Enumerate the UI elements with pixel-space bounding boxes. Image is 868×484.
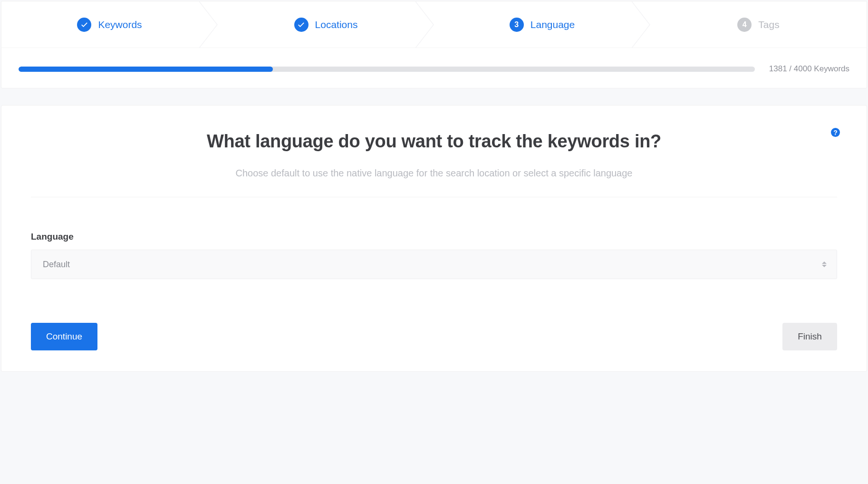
- wizard-stepper: Keywords Locations 3 Language 4 Tags: [1, 1, 867, 48]
- keyword-progress-row: 1381 / 4000 Keywords: [1, 48, 867, 88]
- chevron-divider-icon: [632, 1, 651, 48]
- action-buttons: Continue Finish: [31, 323, 837, 350]
- step-label: Tags: [758, 19, 779, 30]
- step-label: Locations: [315, 19, 358, 30]
- step-number-badge: 3: [510, 18, 524, 32]
- step-keywords[interactable]: Keywords: [1, 1, 218, 48]
- page-title: What language do you want to track the k…: [31, 131, 837, 152]
- chevron-up-down-icon: [822, 261, 827, 267]
- finish-button[interactable]: Finish: [782, 323, 837, 350]
- chevron-divider-icon: [415, 1, 434, 48]
- check-icon: [294, 18, 309, 32]
- page-subtitle: Choose default to use the native languag…: [31, 168, 837, 197]
- continue-button[interactable]: Continue: [31, 323, 97, 350]
- step-language[interactable]: 3 Language: [434, 1, 650, 48]
- step-label: Language: [530, 19, 575, 30]
- language-field: Language Default: [31, 232, 837, 279]
- stepper-card: Keywords Locations 3 Language 4 Tags: [1, 1, 867, 88]
- step-label: Keywords: [98, 19, 142, 30]
- language-panel: ? What language do you want to track the…: [1, 105, 867, 372]
- chevron-divider-icon: [199, 1, 218, 48]
- progress-bar: [19, 67, 755, 72]
- help-icon[interactable]: ?: [831, 128, 840, 137]
- check-icon: [77, 18, 91, 32]
- step-tags[interactable]: 4 Tags: [650, 1, 867, 48]
- step-number-badge: 4: [737, 18, 752, 32]
- language-select-wrap: Default: [31, 250, 837, 279]
- language-select[interactable]: Default: [31, 250, 837, 279]
- progress-text: 1381 / 4000 Keywords: [769, 64, 849, 74]
- step-locations[interactable]: Locations: [218, 1, 434, 48]
- language-field-label: Language: [31, 232, 837, 242]
- language-select-value: Default: [43, 260, 70, 270]
- progress-bar-fill: [19, 67, 273, 72]
